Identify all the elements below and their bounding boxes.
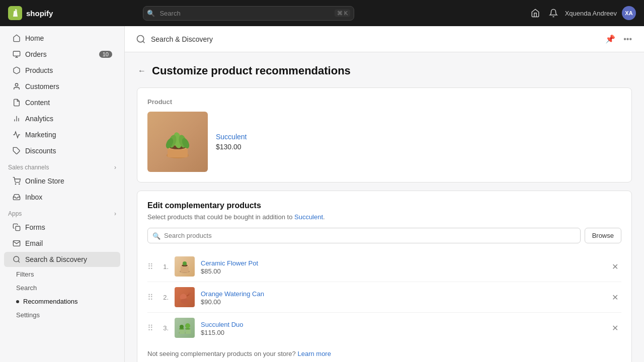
store-icon-btn[interactable]: [529, 7, 542, 20]
pin-btn[interactable]: 📌: [603, 32, 617, 46]
product-info: Succulent $130.00: [216, 133, 247, 151]
product-section-label: Product: [147, 98, 621, 106]
desc-product-link[interactable]: Succulent: [294, 213, 323, 221]
sidebar: Home Orders 10 Products Customers Cont: [0, 26, 125, 362]
sidebar-item-orders[interactable]: Orders 10: [4, 47, 120, 62]
sidebar-sub-label-settings: Settings: [16, 311, 40, 319]
apps-label: Apps: [8, 210, 22, 217]
sidebar-item-content[interactable]: Content: [4, 95, 120, 110]
sidebar-label-email: Email: [25, 239, 43, 247]
back-button[interactable]: ←: [137, 65, 147, 76]
footer-note: Not seeing complementary products on you…: [147, 350, 621, 357]
main-content: Search & Discovery 📌 ••• ← Customize pro…: [125, 26, 644, 362]
notifications-btn[interactable]: [547, 7, 560, 20]
sidebar-label-analytics: Analytics: [25, 115, 53, 123]
sidebar-label-search-discovery: Search & Discovery: [25, 255, 87, 263]
remove-button[interactable]: ✕: [609, 292, 621, 303]
product-price: $130.00: [216, 143, 247, 151]
search-shortcut: ⌘ K: [335, 10, 350, 17]
svg-rect-1: [13, 51, 20, 56]
svg-line-13: [143, 41, 145, 43]
svg-rect-9: [16, 226, 20, 231]
more-options-btn[interactable]: •••: [621, 32, 634, 46]
remove-button[interactable]: ✕: [609, 322, 621, 334]
sidebar-item-analytics[interactable]: Analytics: [4, 111, 120, 126]
chevron-right-icon-apps: ›: [114, 210, 116, 217]
sidebar-sub-settings[interactable]: Settings: [16, 309, 120, 321]
product-name-link[interactable]: Succulent: [216, 133, 247, 141]
app-body: Home Orders 10 Products Customers Cont: [0, 26, 644, 362]
sidebar-sub-label-recommendations: Recommendations: [23, 298, 77, 305]
sidebar-label-forms: Forms: [25, 223, 45, 231]
search-input-wrap: 🔍: [147, 228, 581, 243]
customers-icon: [12, 82, 21, 91]
orders-icon: [12, 50, 21, 59]
browse-button[interactable]: Browse: [585, 228, 621, 243]
sidebar-item-home[interactable]: Home: [4, 31, 120, 46]
search-bar: 🔍 Browse: [147, 228, 621, 243]
item-details: Ceramic Flower Pot $85.00: [201, 258, 603, 275]
item-name-link[interactable]: Succulent Duo: [201, 321, 244, 328]
home-icon: [12, 34, 21, 43]
sidebar-label-products: Products: [25, 66, 53, 74]
svg-point-28: [181, 299, 189, 304]
item-number: 1.: [159, 263, 169, 270]
item-name-link[interactable]: Ceramic Flower Pot: [201, 259, 258, 267]
sidebar-label-customers: Customers: [25, 82, 59, 90]
drag-handle[interactable]: ⠿: [147, 262, 153, 272]
sidebar-item-marketing[interactable]: Marketing: [4, 127, 120, 142]
svg-point-8: [19, 184, 20, 184]
succulent-image: [147, 112, 208, 172]
sidebar-item-customers[interactable]: Customers: [4, 79, 120, 94]
forms-icon: [12, 223, 21, 232]
sidebar-item-products[interactable]: Products: [4, 63, 120, 78]
drag-handle[interactable]: ⠿: [147, 293, 153, 302]
sidebar-item-email[interactable]: Email: [4, 236, 120, 251]
search-icon-input: 🔍: [152, 232, 160, 239]
avatar[interactable]: XA: [622, 6, 636, 20]
page-title: Customize product recommendations: [152, 64, 351, 77]
item-image-duo: [175, 318, 195, 338]
item-price: $90.00: [201, 298, 603, 306]
svg-point-7: [15, 184, 16, 184]
sidebar-item-online-store[interactable]: Online Store: [4, 173, 120, 189]
drag-handle[interactable]: ⠿: [147, 323, 153, 333]
sidebar-sub-search[interactable]: Search: [16, 282, 120, 294]
sidebar-item-discounts[interactable]: Discounts: [4, 143, 120, 158]
remove-button[interactable]: ✕: [609, 261, 621, 273]
active-dot: [16, 300, 19, 303]
page-body: ← Customize product recommendations Prod…: [125, 52, 644, 362]
inbox-icon: [12, 193, 21, 202]
search-icon: 🔍: [147, 10, 155, 17]
learn-more-link[interactable]: Learn more: [297, 350, 331, 357]
item-details: Succulent Duo $115.00: [201, 320, 603, 336]
apps-section: Apps ›: [0, 205, 124, 219]
search-input[interactable]: [143, 6, 354, 21]
svg-point-27: [183, 261, 187, 265]
sidebar-item-forms[interactable]: Forms: [4, 220, 120, 235]
product-image: [147, 112, 208, 172]
page-header-actions: 📌 •••: [603, 32, 634, 46]
sidebar-sub-recommendations[interactable]: Recommendations: [16, 295, 120, 308]
svg-point-34: [180, 325, 184, 329]
svg-rect-32: [180, 329, 185, 334]
product-display: Succulent $130.00: [147, 112, 621, 172]
shopify-logo[interactable]: shopify: [8, 6, 53, 20]
page-header: Search & Discovery 📌 •••: [125, 26, 644, 52]
product-card: Product: [137, 87, 632, 183]
search-products-input[interactable]: [147, 228, 581, 243]
sidebar-label-marketing: Marketing: [25, 131, 56, 139]
item-name-link[interactable]: Orange Watering Can: [201, 290, 264, 298]
search-discovery-icon: [12, 255, 21, 264]
recommendations-list: ⠿ 1.: [147, 251, 621, 343]
sidebar-item-search-discovery[interactable]: Search & Discovery: [4, 252, 120, 267]
user-name: Xquenda Andreev: [565, 10, 617, 17]
sidebar-label-home: Home: [25, 34, 44, 42]
sidebar-item-inbox[interactable]: Inbox: [4, 190, 120, 205]
topbar: shopify 🔍 ⌘ K Xquenda Andreev XA: [0, 0, 644, 26]
sidebar-sub-filters[interactable]: Filters: [16, 268, 120, 281]
logo-text: shopify: [26, 9, 53, 18]
svg-point-2: [15, 83, 18, 86]
chevron-right-icon: ›: [114, 164, 116, 171]
page-header-icon: [135, 33, 147, 45]
